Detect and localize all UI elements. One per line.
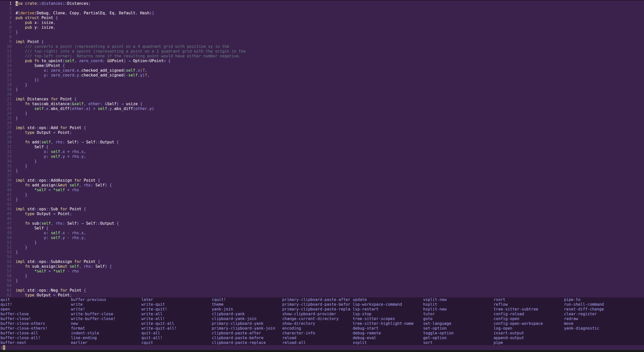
code-line[interactable]: 23 self.x.abs_diff(other.x) + self.y.abs… (0, 106, 644, 111)
menu-item-clear-register[interactable]: clear-register (564, 312, 644, 317)
code-line[interactable]: 11 /// top-right) into a upoint (represe… (0, 49, 644, 54)
menu-item-reset-diff-change[interactable]: reset-diff-change (564, 307, 644, 312)
code-line[interactable]: 47 fn sub(self, rhs: Self) → Self::Outpu… (0, 221, 644, 226)
menu-item-write-all[interactable]: write-all (141, 312, 212, 317)
code-line[interactable]: 20 (0, 92, 644, 97)
menu-item-buffer-close-others[interactable]: buffer-close-others (1, 321, 71, 326)
menu-item-buffer-close[interactable]: buffer-close (1, 312, 71, 317)
code-line[interactable]: 54 (0, 255, 644, 259)
menu-item-quit-all[interactable]: quit-all (141, 331, 212, 336)
menu-item-move[interactable]: move (564, 321, 644, 326)
code-line[interactable]: 14 Some(UPoint { (0, 63, 644, 68)
menu-item-tree-sitter-scopes[interactable]: tree-sitter-scopes (353, 317, 423, 321)
menu-item-primary-clipboard-paste-befor[interactable]: primary-clipboard-paste-befor (282, 302, 353, 307)
code-line[interactable]: 53} (0, 250, 644, 255)
code-line[interactable]: 10 /// converts a point (representing a … (0, 44, 644, 49)
code-line[interactable]: 35 } (0, 164, 644, 169)
menu-item-later[interactable]: later (141, 297, 212, 302)
code-line[interactable]: 34 } (0, 159, 644, 164)
menu-item-tree-sitter-subtree[interactable]: tree-sitter-subtree (494, 307, 564, 312)
menu-item-show-clipboard-provider[interactable]: show-clipboard-provider (282, 312, 353, 317)
code-line[interactable]: 36} (0, 169, 644, 173)
code-line[interactable]: 41 } (0, 192, 644, 197)
menu-item-insert-output[interactable]: insert-output (494, 331, 564, 336)
menu-item-config-reload[interactable]: config-reload (494, 312, 564, 317)
menu-item-set-option[interactable]: set-option (423, 326, 494, 331)
menu-item-buffer-next[interactable]: buffer-next (1, 340, 71, 345)
menu-item-get-option[interactable]: get-option (423, 336, 494, 340)
code-line[interactable]: 30 fn add(self, rhs: Self) → Self::Outpu… (0, 140, 644, 145)
code-line[interactable]: 2 (0, 6, 644, 11)
menu-item-debug-start[interactable]: debug-start (353, 326, 423, 331)
menu-item-clipboard-paste-before[interactable]: clipboard-paste-before (212, 336, 282, 340)
menu-item-clipboard-yank[interactable]: clipboard-yank (212, 312, 282, 317)
code-line[interactable]: 55impl std::ops::SubAssign for Point { (0, 259, 644, 264)
menu-item-toggle-option[interactable]: toggle-option (423, 331, 494, 336)
menu-item-buffer-close-all[interactable]: buffer-close-all (1, 331, 71, 336)
code-line[interactable]: 24 } (0, 111, 644, 116)
menu-item-config-open[interactable]: config-open (494, 317, 564, 321)
menu-item-redraw[interactable]: redraw (564, 317, 644, 321)
menu-item-open[interactable]: open (1, 307, 71, 312)
menu-item-config-open-workspace[interactable]: config-open-workspace (494, 321, 564, 326)
menu-item-pipe[interactable]: pipe (494, 340, 564, 345)
code-line[interactable]: 19} (0, 87, 644, 92)
code-line[interactable]: 1use crate::distances::Distances; (0, 1, 644, 6)
menu-item-quit-all[interactable]: quit-all! (141, 336, 212, 340)
menu-item-earlier[interactable]: earlier (71, 340, 141, 345)
menu-item-show-directory[interactable]: show-directory (282, 321, 353, 326)
code-line[interactable]: 26 (0, 121, 644, 126)
menu-item-quit[interactable]: quit! (1, 302, 71, 307)
menu-item-indent-style[interactable]: indent-style (71, 331, 141, 336)
code-line[interactable]: 27impl std::ops::Add for Point { (0, 126, 644, 130)
code-line[interactable]: 21impl Distances for Point { (0, 97, 644, 102)
code-line[interactable]: 3#[derive(Debug, Clone, Copy, PartialEq,… (0, 11, 644, 16)
code-line[interactable]: 31 Self { (0, 145, 644, 149)
code-line[interactable]: 58 } (0, 274, 644, 279)
menu-item-goto[interactable]: goto (423, 317, 494, 321)
code-line[interactable]: 22 fn taxicab_distance(&self, other: &Se… (0, 102, 644, 106)
code-line[interactable]: 60 (0, 283, 644, 288)
menu-item-buffer-previous[interactable]: buffer-previous (71, 297, 141, 302)
menu-item-run-shell-command[interactable]: run-shell-command (564, 302, 644, 307)
menu-item-update[interactable]: update (353, 297, 423, 302)
menu-item-character-info[interactable]: character-info (282, 331, 353, 336)
code-line[interactable]: 16 y: zero_coord.y.checked_add_signed(-s… (0, 73, 644, 78)
code-area[interactable]: 1use crate::distances::Distances;23#[der… (0, 1, 644, 297)
menu-item-clipboard-paste-after[interactable]: clipboard-paste-after (212, 331, 282, 336)
code-line[interactable]: 28 type Output = Point; (0, 130, 644, 135)
menu-item-theme[interactable]: theme (212, 302, 282, 307)
menu-item-write-quit[interactable]: write-quit (141, 302, 212, 307)
code-line[interactable]: 6 pub y: isize, (0, 25, 644, 30)
menu-item-clipboard-paste-replace[interactable]: clipboard-paste-replace (212, 340, 282, 345)
menu-item-debug-eval[interactable]: debug-eval (353, 336, 423, 340)
code-line[interactable]: 12 /// top-left corner). Returns none if… (0, 54, 644, 59)
code-line[interactable]: 32 x: self.x + rhs.x, (0, 149, 644, 154)
code-line[interactable]: 8 (0, 35, 644, 40)
menu-item-cquit[interactable]: cquit! (212, 297, 282, 302)
code-line[interactable]: 50 y: self.y - rhs.y, (0, 236, 644, 240)
menu-item-primary-clipboard-yank-join[interactable]: primary-clipboard-yank-join (212, 326, 282, 331)
code-line[interactable]: 43 (0, 202, 644, 207)
code-line[interactable]: 39 fn add_assign(&mut self, rhs: Self) { (0, 183, 644, 188)
code-line[interactable]: 52 } (0, 245, 644, 250)
menu-item-set-language[interactable]: set-language (423, 321, 494, 326)
code-line[interactable]: 49 x: self.x - rhs.x, (0, 231, 644, 236)
menu-item-clipboard-yank-join[interactable]: clipboard-yank-join (212, 317, 282, 321)
menu-item-buffer-close-all[interactable]: buffer-close-all! (1, 336, 71, 340)
menu-item-tutor[interactable]: tutor (423, 312, 494, 317)
code-line[interactable]: 18 } (0, 83, 644, 87)
menu-item-reload[interactable]: reload (282, 336, 353, 340)
menu-item-log-open[interactable]: log-open (494, 326, 564, 331)
menu-item-new[interactable]: new (71, 321, 141, 326)
code-line[interactable]: 51 } (0, 240, 644, 245)
menu-item-write-quit-all[interactable]: write-quit-all! (141, 326, 212, 331)
menu-item-write[interactable]: write! (71, 307, 141, 312)
menu-item-vsplit[interactable]: vsplit (353, 340, 423, 345)
menu-item-reflow[interactable]: reflow (494, 302, 564, 307)
menu-item-reload-all[interactable]: reload-all (282, 340, 353, 345)
menu-item-rsort[interactable]: rsort (494, 297, 564, 302)
code-line[interactable]: 45 type Output = Point; (0, 212, 644, 216)
menu-item-cquit[interactable]: cquit (141, 340, 212, 345)
code-line[interactable]: 56 fn sub_assign(&mut self, rhs: Self) { (0, 264, 644, 269)
